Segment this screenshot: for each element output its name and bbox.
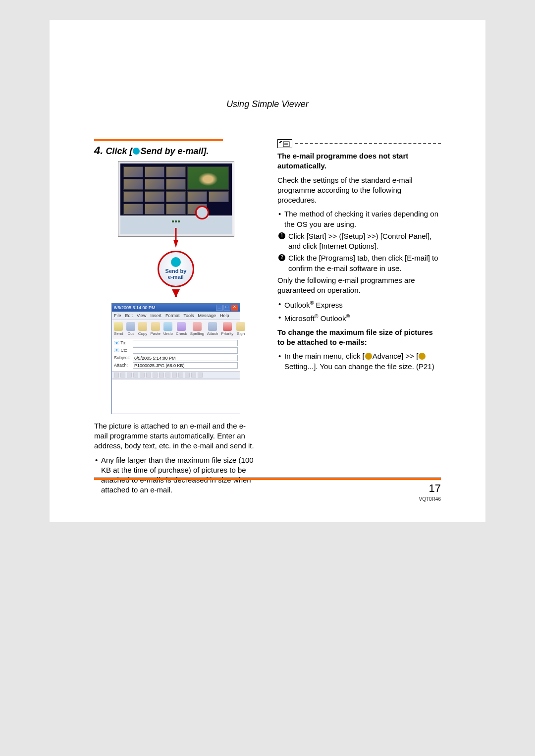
note-heading: The e-mail programme does not start auto… [277, 151, 441, 171]
dash-divider [295, 143, 441, 144]
note-icon [277, 139, 292, 148]
thumbnail [166, 204, 186, 215]
maximize-icon: □ [223, 305, 230, 311]
send-email-button-highlight [195, 206, 209, 219]
format-btn [120, 373, 125, 378]
number-dot-icon: 1 [278, 232, 285, 239]
left-column: 4. Click [Send by e-mail]. [94, 139, 258, 497]
number-dot-icon: 2 [278, 254, 285, 261]
toolbar-label: Check [176, 331, 187, 336]
registered-mark: ® [346, 313, 350, 319]
menubar: File Edit View Insert Format Tools Messa… [112, 312, 240, 320]
toolbar-label: Attach [207, 331, 218, 336]
toolbar-label: Send [114, 331, 123, 336]
step-number: 4. [94, 144, 103, 157]
thumbnail [145, 191, 164, 202]
format-btn [172, 373, 177, 378]
attach-label: Attach: [114, 362, 133, 368]
thumbnail [123, 191, 143, 202]
subject-field: 6/5/2005 5:14:00 PM [133, 355, 238, 361]
send-button-label: Send by e-mail [165, 268, 187, 280]
toolbar-item: Paste [150, 322, 160, 337]
right-column: The e-mail programme does not start auto… [277, 139, 441, 497]
thumbnail [166, 191, 186, 202]
toolbar-label: Paste [150, 331, 160, 336]
bullet-item: The method of checking it varies dependi… [277, 209, 441, 229]
arrow-down-icon [173, 240, 178, 248]
format-btn [140, 373, 145, 378]
message-header-fields: 📧 To: 📧 Cc: Subject: 6/5/2005 5:14:00 PM… [112, 338, 240, 371]
numbered-item: 1Click [Start] >> ([Setup] >>) [Control … [277, 231, 441, 252]
step-text-suffix: Send by e-mail]. [140, 146, 209, 156]
thumbnail [166, 179, 186, 190]
format-btn [146, 373, 151, 378]
toolbar-label: Spelling [190, 331, 204, 336]
viewer-window [118, 161, 234, 237]
document-code: VQT0R46 [419, 496, 441, 502]
toolbar-item: Priority [221, 322, 233, 337]
two-column-layout: 4. Click [Send by e-mail]. [94, 139, 441, 497]
bullet-text: Advance] >> [ [373, 352, 419, 360]
window-title: 6/5/2005 5:14:00 PM [114, 305, 156, 311]
viewer-screenshot [118, 161, 234, 237]
nav-dots [172, 220, 180, 222]
bullet-text: In the main menu, click [ [284, 352, 365, 360]
toolbar-label: Priority [221, 331, 233, 336]
toolbar-item: Attach [207, 322, 218, 337]
arrow-down-icon [172, 289, 180, 297]
thumbnail [209, 191, 228, 202]
format-btn [198, 373, 203, 378]
email-client-screenshot: 6/5/2005 5:14:00 PM _ □ ✕ File Edit View… [111, 303, 240, 414]
to-field [133, 340, 238, 346]
attach-icon [208, 322, 217, 331]
footer-text: 17 VQT0R46 [94, 482, 441, 502]
spelling-icon [193, 322, 202, 331]
numbered-text: Click the [Programs] tab, then click [E-… [288, 254, 438, 272]
format-btn [185, 373, 190, 378]
attach-row: Attach: P1000025.JPG (68.0 KB) [114, 362, 238, 369]
send-by-email-button: Send by e-mail [158, 251, 194, 287]
hand-note-icon [279, 141, 290, 148]
numbered-text: Click [Start] >> ([Setup] >>) [Control P… [288, 232, 431, 250]
section-header: Using Simple Viewer [94, 99, 441, 109]
format-btn [159, 373, 164, 378]
setting-icon [419, 353, 426, 360]
thumbnail [187, 191, 207, 202]
close-icon: ✕ [231, 305, 238, 311]
thumbnail [145, 166, 164, 177]
advance-icon [365, 353, 372, 360]
to-label: 📧 To: [114, 340, 133, 346]
thumbnail [123, 179, 143, 190]
format-toolbar [112, 371, 240, 379]
format-btn [133, 373, 138, 378]
bullet-item: In the main menu, click [Advance] >> [Se… [277, 351, 441, 372]
undo-icon [163, 322, 172, 331]
message-body [112, 379, 240, 414]
toolbar: Send Cut Copy Paste Undo Check Spelling … [112, 320, 240, 338]
window-buttons: _ □ ✕ [216, 305, 238, 311]
menu-item: Insert [150, 313, 161, 319]
format-btn [153, 373, 158, 378]
cc-label: 📧 Cc: [114, 347, 133, 353]
thumbnail [123, 166, 143, 177]
format-btn [178, 373, 183, 378]
cc-row: 📧 Cc: [114, 347, 238, 354]
minimize-icon: _ [216, 305, 223, 311]
cut-icon [126, 322, 135, 331]
accent-bar [94, 139, 223, 141]
numbered-item: 2Click the [Programs] tab, then click [E… [277, 253, 441, 273]
manual-page: Using Simple Viewer 4. Click [Send by e-… [50, 20, 485, 522]
note-heading-row [277, 139, 441, 148]
format-btn [165, 373, 170, 378]
menu-item: Edit [125, 313, 133, 319]
registered-mark: ® [315, 313, 319, 319]
toolbar-label: Undo [163, 331, 173, 336]
toolbar-item: Copy [138, 322, 148, 337]
send-button-callout: Send by e-mail [118, 242, 234, 301]
product-name: Microsoft [284, 314, 315, 323]
product-suffix: Express [314, 301, 342, 309]
format-btn [114, 373, 119, 378]
menu-item: View [137, 313, 146, 319]
thumbnail [145, 204, 164, 215]
toolbar-label: Copy [138, 331, 148, 336]
